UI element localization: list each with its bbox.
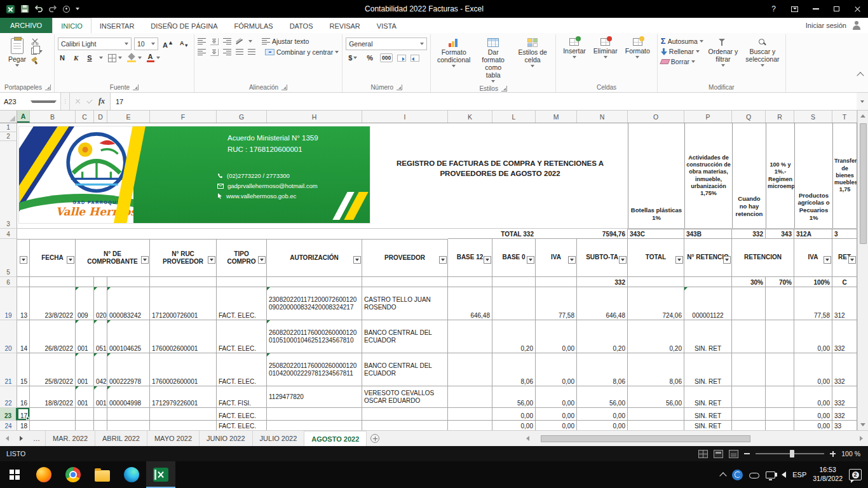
cell[interactable] [448, 277, 492, 287]
cell[interactable]: 051 [94, 320, 107, 353]
scroll-up-icon[interactable] [858, 111, 868, 121]
scroll-down-icon[interactable] [858, 419, 868, 430]
filter-button[interactable] [848, 256, 856, 264]
column-header-A[interactable]: A [17, 111, 30, 123]
cell-70pct[interactable]: 70% [766, 277, 794, 287]
cell[interactable]: 33 [832, 421, 857, 430]
header-retencion[interactable]: RETENCION [732, 239, 794, 277]
tab-vista[interactable]: VISTA [369, 18, 405, 33]
row-header-22[interactable]: 22 [0, 386, 17, 408]
cell[interactable]: FACT. ELEC. [217, 320, 267, 353]
cell-312a[interactable]: 312A [794, 229, 832, 239]
expand-formula-bar-icon[interactable] [857, 93, 868, 110]
cell[interactable] [150, 277, 217, 287]
row-header-24[interactable]: 24 [0, 421, 17, 430]
tabs-scroll-left-icon[interactable] [0, 431, 14, 446]
tab-overflow[interactable]: … [28, 431, 46, 446]
column-header-O[interactable]: O [628, 111, 684, 123]
cell[interactable] [492, 287, 536, 320]
view-page-layout-button[interactable] [714, 450, 723, 458]
cancel-entry-icon[interactable] [75, 98, 81, 104]
filter-button[interactable] [258, 256, 266, 264]
active-cell[interactable]: 17 [17, 408, 30, 421]
touch-mode-icon[interactable] [62, 4, 71, 14]
borders-button[interactable] [108, 54, 122, 62]
conditional-formatting-button[interactable]: Formato condicional [434, 36, 473, 70]
cell[interactable]: FACT. ELEC. [217, 287, 267, 320]
cell[interactable] [766, 353, 794, 386]
currency-button[interactable]: $ [346, 54, 360, 62]
close-button[interactable] [847, 0, 868, 18]
row-header-1[interactable]: 1 [0, 123, 17, 132]
cell[interactable] [217, 277, 267, 287]
cell[interactable]: 0,00 [794, 386, 832, 408]
cell[interactable] [107, 408, 150, 421]
underline-button[interactable]: S [85, 54, 93, 62]
sort-filter-button[interactable]: Ordenar y filtrar [703, 36, 743, 69]
cell[interactable]: SIN. RET [684, 353, 732, 386]
onedrive-icon[interactable] [749, 473, 759, 478]
cell[interactable]: FACT. ELEC. [217, 408, 267, 421]
cell[interactable]: 0,00 [492, 408, 536, 421]
cell[interactable] [732, 408, 766, 421]
filter-button[interactable] [353, 256, 361, 264]
cell[interactable]: FACT. ELEC. [217, 353, 267, 386]
insert-function-icon[interactable]: fx [98, 97, 105, 106]
cell[interactable]: 332 [832, 320, 857, 353]
filter-button[interactable] [723, 256, 731, 264]
dialog-launcher-icon[interactable] [133, 85, 139, 90]
cell[interactable]: 8,06 [492, 353, 536, 386]
cell-343b[interactable]: 343B [684, 229, 732, 239]
cell[interactable]: 25/8/2022 [30, 353, 76, 386]
cell[interactable]: 1712979226001 [150, 386, 217, 408]
undo-icon[interactable] [34, 4, 43, 14]
cell[interactable]: 13 [17, 287, 30, 320]
restore-button[interactable] [826, 0, 847, 18]
cell[interactable]: 56,00 [492, 386, 536, 408]
header-nretencion[interactable]: N° RETENCIO [684, 239, 732, 277]
decrease-indent-icon[interactable] [236, 49, 243, 55]
dialog-launcher-icon[interactable] [45, 85, 51, 90]
cell-total-label[interactable]: TOTAL 332 [492, 229, 536, 239]
cut-button[interactable] [31, 38, 43, 45]
cell[interactable] [448, 229, 492, 239]
row-header-21[interactable]: 21 [0, 353, 17, 386]
cell-343[interactable]: 343 [766, 229, 794, 239]
select-all-button[interactable] [0, 111, 17, 123]
cell[interactable]: 332 [832, 386, 857, 408]
cell[interactable]: 0,20 [492, 320, 536, 353]
cell[interactable]: 18 [17, 421, 30, 430]
cell[interactable]: 0,20 [628, 320, 684, 353]
font-color-button[interactable]: A [147, 53, 160, 62]
header-base12[interactable]: BASE 12 [448, 239, 492, 277]
new-sheet-button[interactable] [367, 431, 383, 446]
copy-button[interactable] [31, 48, 43, 55]
cell[interactable]: 77,58 [794, 287, 832, 320]
clear-button[interactable]: Borrar [661, 58, 703, 65]
header-subtotal[interactable]: SUBTO-TA [577, 239, 628, 277]
cell[interactable]: 0,00 [536, 408, 577, 421]
sheet-tab-julio-2022[interactable]: JULIO 2022 [253, 431, 305, 446]
column-header-L[interactable]: L [492, 111, 536, 123]
tab-diseno-de-pagina[interactable]: DISEÑO DE PÁGINA [142, 18, 226, 33]
column-header-B[interactable]: B [30, 111, 76, 123]
underline-dropdown-icon[interactable] [99, 57, 103, 59]
fill-handle[interactable] [26, 417, 29, 420]
cell[interactable]: 332 [832, 353, 857, 386]
row-header-19[interactable]: 19 [0, 287, 17, 320]
cell[interactable]: 000222978 [107, 353, 150, 386]
cell[interactable] [30, 421, 76, 430]
cell[interactable] [362, 421, 448, 430]
column-header-E[interactable]: E [107, 111, 150, 123]
sheet-tab-mayo-2022[interactable]: MAYO 2022 [147, 431, 200, 446]
row-header-20[interactable]: 20 [0, 320, 17, 353]
cell[interactable]: SIN. RET [684, 421, 732, 430]
cell[interactable] [94, 421, 107, 430]
cell[interactable] [17, 229, 448, 239]
qat-dropdown-icon[interactable] [76, 8, 79, 10]
note-transferencia[interactable]: Transferencia de bienes muebles 1,75 [832, 123, 857, 228]
column-header-G[interactable]: G [217, 111, 267, 123]
cell[interactable] [492, 277, 536, 287]
cell[interactable]: 0,00 [536, 320, 577, 353]
filter-button[interactable] [208, 256, 215, 264]
